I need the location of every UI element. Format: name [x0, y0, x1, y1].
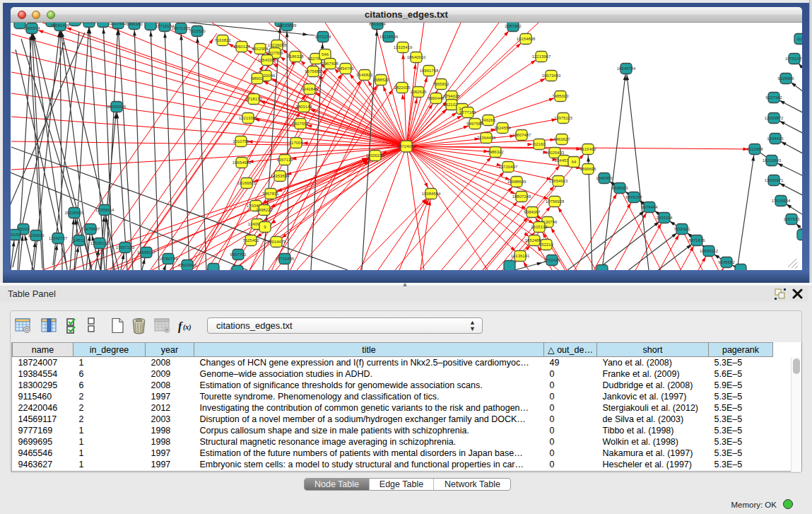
svg-text:9657791: 9657791	[230, 252, 247, 257]
svg-text:18807249: 18807249	[512, 194, 531, 199]
svg-text:14353594: 14353594	[271, 174, 290, 178]
svg-text:20053346: 20053346	[107, 105, 126, 109]
svg-text:9777169: 9777169	[459, 110, 476, 115]
svg-text:16671355: 16671355	[172, 26, 191, 30]
svg-text:20206555: 20206555	[65, 211, 84, 215]
svg-text:10025433: 10025433	[546, 151, 565, 155]
svg-text:10756928: 10756928	[546, 199, 565, 204]
svg-text:14958117: 14958117	[137, 250, 156, 255]
svg-text:1010755: 1010755	[233, 139, 249, 144]
svg-text:f: f	[178, 320, 183, 333]
svg-text:16210643: 16210643	[763, 158, 782, 163]
svg-text:2803144: 2803144	[295, 105, 312, 109]
svg-text:10653267: 10653267	[80, 23, 99, 24]
svg-text:1822035: 1822035	[394, 86, 411, 90]
svg-text:1588520: 1588520	[372, 78, 389, 82]
svg-text:7986322: 7986322	[487, 150, 504, 154]
svg-text:1362615: 1362615	[410, 90, 427, 94]
svg-text:6794028: 6794028	[443, 94, 460, 98]
svg-text:9115460: 9115460	[580, 147, 597, 151]
svg-text:10654112: 10654112	[700, 249, 719, 253]
svg-text:10543362: 10543362	[258, 58, 277, 62]
svg-text:7632621: 7632621	[673, 227, 690, 231]
svg-text:10973493: 10973493	[542, 74, 561, 78]
svg-text:14136141: 14136141	[511, 254, 530, 258]
svg-text:7485003: 7485003	[552, 94, 569, 98]
svg-text:18724007: 18724007	[397, 144, 416, 148]
svg-text:17957223: 17957223	[116, 245, 135, 250]
svg-text:252214: 252214	[539, 243, 554, 247]
svg-text:9245652: 9245652	[718, 260, 735, 264]
svg-text:117004: 117004	[289, 141, 303, 145]
svg-text:9675685: 9675685	[305, 69, 322, 74]
svg-text:3267130: 3267130	[276, 158, 293, 162]
svg-text:98901: 98901	[252, 76, 264, 81]
svg-text:8660124: 8660124	[233, 45, 250, 49]
svg-text:12923446: 12923446	[178, 263, 197, 267]
svg-text:6879197: 6879197	[625, 195, 642, 199]
svg-text:19975887: 19975887	[81, 227, 100, 231]
svg-text:7515520: 7515520	[189, 29, 206, 33]
svg-text:7163822: 7163822	[214, 38, 231, 42]
svg-text:13654923: 13654923	[549, 179, 568, 183]
svg-text:16782759: 16782759	[159, 257, 178, 261]
svg-text:14914479: 14914479	[267, 240, 286, 244]
svg-text:3572274: 3572274	[314, 35, 331, 39]
svg-text:7625402: 7625402	[242, 238, 259, 243]
svg-text:12505135: 12505135	[90, 241, 110, 245]
svg-text:19218506: 19218506	[379, 35, 399, 39]
svg-text:1733426: 1733426	[543, 258, 560, 262]
svg-text:9129906: 9129906	[777, 76, 794, 81]
svg-text:64: 64	[572, 160, 577, 164]
svg-text:1167533: 1167533	[784, 217, 801, 221]
svg-text:6497568: 6497568	[466, 122, 483, 126]
svg-text:1498222: 1498222	[256, 208, 273, 212]
svg-text:546: 546	[322, 52, 329, 57]
svg-text:8186328: 8186328	[287, 54, 304, 59]
svg-text:39159: 39159	[11, 233, 21, 237]
svg-text:16033809: 16033809	[278, 23, 297, 28]
svg-text:9227342: 9227342	[765, 95, 782, 100]
svg-text:19384554: 19384554	[422, 192, 441, 196]
svg-text:12093872: 12093872	[765, 116, 784, 120]
svg-text:1156829: 1156829	[28, 233, 45, 238]
svg-text:9146821: 9146821	[356, 73, 373, 77]
svg-text:111: 111	[796, 37, 802, 41]
svg-text:19654982: 19654982	[233, 160, 252, 165]
svg-text:19166825: 19166825	[237, 181, 257, 185]
svg-text:8813054: 8813054	[369, 23, 386, 26]
svg-text:15716485: 15716485	[276, 257, 295, 261]
svg-text:13692971: 13692971	[765, 178, 784, 182]
svg-text:2718170: 2718170	[245, 97, 262, 101]
svg-text:1405574: 1405574	[23, 26, 40, 30]
svg-text:13226058: 13226058	[268, 43, 287, 47]
svg-text:9242848: 9242848	[301, 87, 318, 91]
svg-text:1615132: 1615132	[531, 225, 548, 229]
svg-text:9463627: 9463627	[553, 137, 570, 141]
svg-text:9084067: 9084067	[524, 210, 541, 214]
svg-text:8454749: 8454749	[337, 66, 354, 71]
svg-text:8427552: 8427552	[292, 122, 309, 126]
svg-text:17016504: 17016504	[772, 199, 791, 203]
svg-text:(x): (x)	[183, 323, 192, 332]
svg-text:1527602: 1527602	[110, 23, 126, 25]
svg-text:8938923: 8938923	[611, 186, 628, 190]
svg-text:12213369: 12213369	[239, 116, 258, 120]
svg-text:16961758: 16961758	[420, 69, 439, 73]
svg-text:7955812: 7955812	[433, 82, 449, 86]
svg-text:12213967: 12213967	[532, 54, 551, 59]
svg-text:3624554: 3624554	[494, 126, 511, 130]
svg-text:62160: 62160	[534, 142, 546, 146]
svg-text:12342737: 12342737	[49, 236, 68, 240]
svg-text:20091406: 20091406	[51, 23, 70, 28]
svg-text:18300295: 18300295	[366, 153, 385, 158]
svg-text:9674444: 9674444	[641, 205, 658, 209]
svg-text:21364436: 21364436	[477, 136, 496, 140]
svg-text:10807487: 10807487	[512, 133, 531, 137]
svg-text:746266: 746266	[481, 118, 496, 122]
svg-text:8213958: 8213958	[746, 147, 763, 151]
svg-text:16548784: 16548784	[617, 66, 636, 71]
svg-text:12359914: 12359914	[95, 208, 114, 212]
svg-text:8990448: 8990448	[428, 96, 445, 100]
svg-text:12975115: 12975115	[554, 116, 573, 120]
